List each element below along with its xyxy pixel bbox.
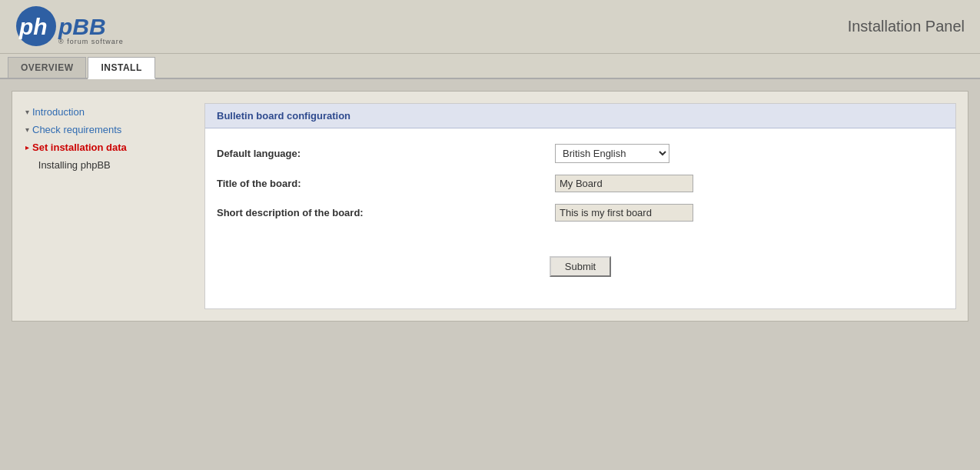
arrow-active-icon: ▸ [25, 143, 29, 152]
input-board-title-wrapper [555, 175, 944, 192]
input-board-description[interactable] [555, 204, 693, 222]
svg-text:ph: ph [18, 14, 48, 39]
form-row-board-description: Short description of the board: [217, 204, 944, 222]
arrow-icon [25, 161, 28, 169]
panel-title: Installation Panel [848, 18, 965, 35]
select-language[interactable]: British EnglishAmerican English [555, 144, 669, 163]
tabs-bar: OVERVIEW INSTALL [0, 54, 980, 79]
input-board-description-wrapper [555, 204, 944, 222]
arrow-icon: ▾ [25, 125, 29, 134]
input-default-language: British EnglishAmerican English [555, 144, 944, 163]
phpbb-logo: ph pBB ® forum software [15, 5, 146, 48]
section-header: Bulletin board configuration [205, 104, 955, 128]
form-content: Default language: British EnglishAmerica… [205, 128, 955, 248]
input-board-title[interactable] [555, 175, 693, 192]
label-board-description: Short description of the board: [217, 207, 555, 218]
submit-area: Submit [205, 248, 955, 292]
sidebar-link-check-requirements[interactable]: Check requirements [32, 124, 121, 135]
sidebar-item-introduction[interactable]: ▾ Introduction [24, 103, 193, 121]
sidebar-link-introduction[interactable]: Introduction [32, 106, 85, 118]
right-content: Bulletin board configuration Default lan… [204, 103, 956, 309]
logo-area: ph pBB ® forum software [15, 5, 146, 48]
sidebar-item-set-installation-data: ▸ Set installation data [24, 138, 193, 156]
submit-button[interactable]: Submit [550, 256, 611, 277]
svg-text:pBB: pBB [58, 14, 106, 39]
label-default-language: Default language: [217, 148, 555, 159]
main-content: ▾ Introduction ▾ Check requirements ▸ Se… [0, 79, 980, 333]
form-row-board-title: Title of the board: [217, 175, 944, 192]
sidebar-label-installing-phpbb: Installing phpBB [31, 159, 111, 171]
content-wrapper: ▾ Introduction ▾ Check requirements ▸ Se… [12, 91, 968, 322]
label-board-title: Title of the board: [217, 178, 555, 189]
svg-text:® forum  software: ® forum software [58, 38, 124, 45]
sidebar-item-check-requirements[interactable]: ▾ Check requirements [24, 121, 193, 138]
page-header: ph pBB ® forum software Installation Pan… [0, 0, 980, 54]
arrow-icon: ▾ [25, 108, 29, 116]
form-row-language: Default language: British EnglishAmerica… [217, 144, 944, 163]
sidebar-item-installing-phpbb: Installing phpBB [24, 156, 193, 174]
tab-install[interactable]: INSTALL [88, 57, 154, 79]
tab-overview[interactable]: OVERVIEW [8, 57, 86, 78]
sidebar: ▾ Introduction ▾ Check requirements ▸ Se… [24, 103, 193, 309]
sidebar-label-set-installation-data: Set installation data [32, 142, 127, 153]
